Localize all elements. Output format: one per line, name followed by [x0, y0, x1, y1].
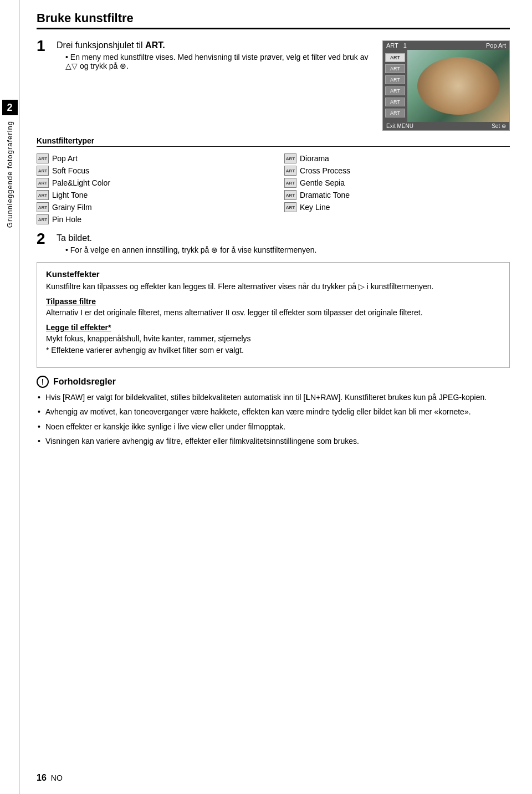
- filter-icon-key-line: ART: [284, 202, 296, 212]
- filter-label-grainy-film: Grainy Film: [52, 203, 92, 212]
- ui-icon-5: ART: [385, 98, 405, 106]
- main-content: Bruke kunstfiltre ART 1 Pop Art ART ART …: [20, 0, 532, 461]
- step1-title-bold: ART.: [145, 40, 165, 50]
- notice-list: Hvis [RAW] er valgt for bildekvalitet, s…: [37, 391, 510, 448]
- filter-icon-pin-hole: ART: [37, 214, 49, 224]
- filter-label-soft-focus: Soft Focus: [52, 166, 89, 175]
- step1-bullet-1: En meny med kunstfiltre vises. Med henvi…: [65, 53, 371, 70]
- filter-item-pin-hole: ART Pin Hole: [37, 213, 262, 226]
- step2-bullets: For å velge en annen innstilling, trykk …: [65, 245, 510, 254]
- ui-icon-1: ART: [385, 53, 405, 62]
- filter-label-cross-process: Cross Process: [300, 166, 350, 175]
- page-language: NO: [51, 773, 63, 782]
- page-footer: 16 NO: [20, 773, 532, 783]
- filter-section-title: Kunstfiltertyper: [37, 136, 510, 147]
- step1-content: Drei funksjonshjulet til ART. En meny me…: [57, 40, 371, 70]
- filter-icon-soft-focus: ART: [37, 166, 49, 176]
- ui-photo: [407, 50, 509, 122]
- ui-icon-3: ART: [385, 75, 405, 84]
- filter-icon-pale-light: ART: [37, 178, 49, 188]
- filter-label-dramatic-tone: Dramatic Tone: [300, 191, 350, 199]
- step1-number: 1: [37, 38, 57, 54]
- sub-section-title-1: Tilpasse filtre: [46, 297, 500, 306]
- ui-header: ART 1 Pop Art: [383, 41, 509, 50]
- notice-item-3: Noen effekter er kanskje ikke synlige i …: [37, 421, 510, 433]
- ui-set: Set ⊛: [492, 123, 506, 129]
- chapter-label: Grunnleggende fotografering: [6, 121, 14, 228]
- ui-art-label: ART 1: [386, 42, 407, 49]
- notice-icon: !: [37, 376, 49, 388]
- filter-item-dramatic-tone: ART Dramatic Tone: [284, 189, 510, 201]
- page-title: Bruke kunstfiltre: [37, 11, 134, 25]
- ui-filter-name: Pop Art: [486, 42, 506, 49]
- step2-bullet-1: For å velge en annen innstilling, trykk …: [65, 245, 510, 254]
- page-header: Bruke kunstfiltre: [37, 11, 510, 29]
- filter-label-key-line: Key Line: [300, 203, 330, 212]
- filter-label-light-tone: Light Tone: [52, 191, 88, 199]
- effects-intro: Kunstfiltre kan tilpasses og effekter ka…: [46, 281, 500, 293]
- notice-section: ! Forholdsregler Hvis [RAW] er valgt for…: [37, 376, 510, 448]
- filter-icon-grainy-film: ART: [37, 202, 49, 212]
- effects-box: Kunsteffekter Kunstfiltre kan tilpasses …: [37, 262, 510, 368]
- filter-item-soft-focus: ART Soft Focus: [37, 165, 262, 177]
- filter-item-cross-process: ART Cross Process: [284, 165, 510, 177]
- ui-exit: Exit MENU: [386, 123, 413, 129]
- filter-item-pop-art: ART Pop Art: [37, 152, 262, 165]
- step1: 1 Drei funksjonshjulet til ART. En meny …: [37, 40, 371, 70]
- step1-title: Drei funksjonshjulet til ART.: [57, 40, 371, 50]
- ui-photo-inner: [417, 57, 499, 115]
- filter-left-column: ART Pop Art ART Soft Focus ART Pale&Ligh…: [37, 152, 262, 226]
- filter-icon-dramatic-tone: ART: [284, 190, 296, 200]
- filter-label-pop-art: Pop Art: [52, 154, 78, 163]
- notice-item-2: Avhengig av motivet, kan toneoverganger …: [37, 406, 510, 418]
- filter-grid: ART Pop Art ART Soft Focus ART Pale&Ligh…: [37, 152, 510, 226]
- filter-item-gentle-sepia: ART Gentle Sepia: [284, 177, 510, 189]
- sub-section-content-2: Mykt fokus, knappenålshull, hvite kanter…: [46, 333, 500, 356]
- page-number: 16: [37, 773, 47, 783]
- step2-content: Ta bildet. For å velge en annen innstill…: [57, 233, 510, 254]
- ui-screenshot: ART 1 Pop Art ART ART ART ART ART ART Ex…: [382, 40, 510, 131]
- sub-section-content-1: Alternativ I er det originale filteret, …: [46, 307, 500, 319]
- ui-body: ART ART ART ART ART ART: [383, 50, 509, 122]
- notice-title: Forholdsregler: [53, 377, 116, 387]
- ui-icon-panel: ART ART ART ART ART ART: [383, 50, 407, 122]
- filter-icon-light-tone: ART: [37, 190, 49, 200]
- step1-section: ART 1 Pop Art ART ART ART ART ART ART Ex…: [37, 40, 510, 70]
- filter-label-gentle-sepia: Gentle Sepia: [300, 178, 345, 187]
- step2: 2 Ta bildet. For å velge en annen innsti…: [37, 233, 510, 254]
- filter-item-pale-light: ART Pale&Light Color: [37, 177, 262, 189]
- ui-icon-2: ART: [385, 64, 405, 73]
- step2-title: Ta bildet.: [57, 233, 510, 243]
- filter-icon-gentle-sepia: ART: [284, 178, 296, 188]
- filter-right-column: ART Diorama ART Cross Process ART Gentle…: [284, 152, 510, 226]
- sidebar: 2 Grunnleggende fotografering: [0, 0, 20, 794]
- step1-title-text: Drei funksjonshjulet til: [57, 40, 145, 50]
- filter-item-key-line: ART Key Line: [284, 201, 510, 213]
- filter-section: Kunstfiltertyper ART Pop Art ART Soft Fo…: [37, 136, 510, 226]
- filter-icon-cross-process: ART: [284, 166, 296, 176]
- step2-number: 2: [37, 231, 57, 247]
- chapter-number: 2: [2, 100, 18, 115]
- filter-item-grainy-film: ART Grainy Film: [37, 201, 262, 213]
- notice-item-4: Visningen kan variere avhengig av filtre…: [37, 435, 510, 447]
- filter-icon-pop-art: ART: [37, 153, 49, 163]
- filter-item-diorama: ART Diorama: [284, 152, 510, 165]
- notice-item-1: Hvis [RAW] er valgt for bildekvalitet, s…: [37, 391, 510, 403]
- notice-header: ! Forholdsregler: [37, 376, 510, 388]
- filter-item-light-tone: ART Light Tone: [37, 189, 262, 201]
- sub-section-title-2: Legge til effekter*: [46, 323, 500, 332]
- filter-label-diorama: Diorama: [300, 154, 329, 163]
- ui-footer: Exit MENU Set ⊛: [383, 122, 509, 130]
- filter-label-pale-light: Pale&Light Color: [52, 178, 110, 187]
- ui-icon-6: ART: [385, 109, 405, 117]
- filter-label-pin-hole: Pin Hole: [52, 215, 81, 224]
- effects-box-title: Kunsteffekter: [46, 269, 500, 279]
- filter-icon-diorama: ART: [284, 153, 296, 163]
- ui-icon-4: ART: [385, 86, 405, 95]
- step1-bullets: En meny med kunstfiltre vises. Med henvi…: [65, 53, 371, 70]
